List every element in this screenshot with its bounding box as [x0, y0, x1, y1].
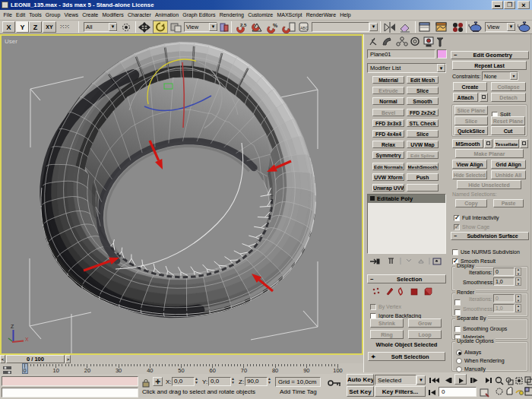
svg-text:%: % [273, 23, 278, 28]
svg-text:X: X [25, 337, 29, 342]
svg-text:ABC: ABC [300, 26, 309, 30]
svg-text:User: User [5, 38, 17, 45]
svg-text:2.5: 2.5 [240, 23, 247, 27]
svg-text:Z: Z [11, 324, 14, 329]
